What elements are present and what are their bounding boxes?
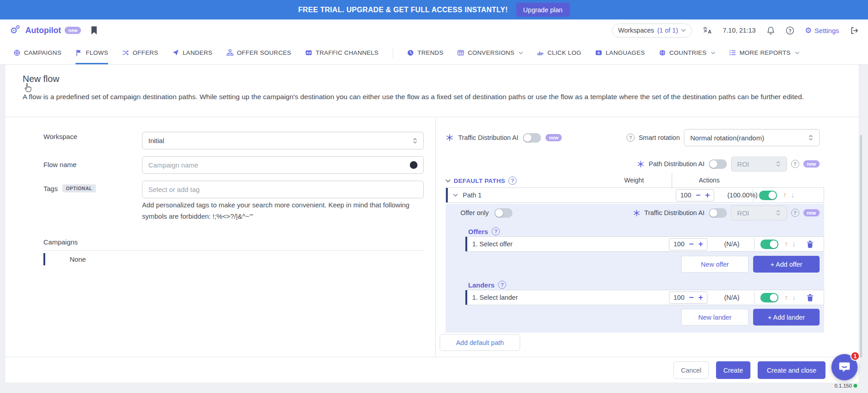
tags-field: [142, 181, 424, 198]
logout-icon[interactable]: [850, 27, 858, 34]
path-traffic-ai-metric-select[interactable]: ROI: [731, 206, 787, 220]
traffic-ai-label: Traffic Distribution AI: [458, 134, 518, 141]
flows-icon: [76, 49, 82, 56]
move-down-icon[interactable]: ↓: [792, 240, 796, 248]
traffic-ai-toggle[interactable]: [523, 133, 541, 143]
workspace-select[interactable]: Initial: [142, 132, 424, 149]
path-row: Path 1 100 − + (100.00%) ↑ ↓: [446, 187, 824, 203]
nav-item-countries[interactable]: COUNTRIES: [659, 41, 715, 64]
main-nav: CAMPAIGNS FLOWS OFFERS LANDERS OFFER SOU…: [0, 41, 868, 65]
offers-help-icon[interactable]: ?: [492, 227, 500, 235]
smart-rotation-help-icon[interactable]: ?: [626, 134, 635, 142]
chat-icon: [838, 361, 851, 374]
move-down-icon[interactable]: ↓: [791, 191, 794, 199]
version-row: 0.1.150: [835, 383, 857, 388]
nav-item-landers[interactable]: LANDERS: [172, 41, 213, 64]
create-button[interactable]: Create: [716, 361, 750, 379]
offer-only-toggle[interactable]: [494, 208, 512, 218]
minus-button[interactable]: −: [689, 293, 694, 302]
nav-item-traffic-channels[interactable]: Ad TRAFFIC CHANNELS: [305, 41, 379, 64]
plus-button[interactable]: +: [705, 191, 710, 199]
offer-enabled-toggle[interactable]: [760, 240, 778, 249]
minus-button[interactable]: −: [689, 240, 694, 248]
smart-rotation-select[interactable]: Normal rotation(random): [684, 129, 820, 146]
new-offer-button[interactable]: New offer: [681, 256, 749, 273]
offer-select-label[interactable]: 1. Select offer: [472, 240, 512, 248]
nav-item-more-reports[interactable]: MORE REPORTS: [729, 41, 799, 64]
campaigns-none-row: None: [43, 253, 86, 265]
lander-enabled-toggle[interactable]: [760, 293, 778, 302]
add-default-path-button[interactable]: Add default path: [440, 334, 520, 351]
lander-weight-value[interactable]: 100: [674, 294, 684, 301]
campaigns-value: None: [70, 255, 86, 263]
nav-item-trends[interactable]: TRENDS: [407, 41, 443, 64]
create-and-close-button[interactable]: Create and close: [758, 361, 825, 379]
translate-icon[interactable]: A: [703, 27, 712, 34]
workspaces-selector[interactable]: Workspaces (1 of 1): [612, 24, 692, 38]
path-traffic-ai-toggle[interactable]: [709, 208, 727, 218]
trash-icon[interactable]: [806, 240, 814, 248]
move-up-icon[interactable]: ↑: [783, 191, 787, 199]
nav-item-offers[interactable]: OFFERS: [122, 41, 158, 64]
trash-icon[interactable]: [806, 294, 814, 302]
page-description: A flow is a predefined set of campaign d…: [23, 91, 837, 102]
nav-item-languages[interactable]: A LANGUAGES: [595, 41, 645, 64]
select-chevrons-icon: [776, 209, 781, 216]
chevron-down-icon: [711, 52, 715, 54]
path-weight-value[interactable]: 100: [680, 192, 691, 199]
landers-icon: [172, 49, 179, 56]
new-badge: new: [803, 160, 820, 168]
offers-icon: [122, 49, 129, 56]
campaigns-label: Campaigns: [43, 238, 78, 246]
tags-input[interactable]: [148, 186, 417, 193]
add-offer-button[interactable]: + Add offer: [753, 256, 820, 273]
path-traffic-ai-help-icon[interactable]: ?: [791, 209, 799, 217]
default-paths-help-icon[interactable]: ?: [508, 177, 517, 185]
plus-button[interactable]: +: [698, 293, 703, 302]
add-lander-button[interactable]: + Add lander: [753, 309, 820, 326]
minus-button[interactable]: −: [696, 191, 701, 199]
nav-item-flows[interactable]: FLOWS: [76, 41, 109, 64]
color-dot-picker[interactable]: [410, 161, 417, 169]
path-ai-help-icon[interactable]: ?: [791, 160, 799, 168]
trends-icon: [407, 49, 414, 56]
divider: [753, 189, 753, 201]
weight-column-header: Weight: [624, 177, 644, 184]
nav-item-offer-sources[interactable]: OFFER SOURCES: [227, 41, 291, 64]
nav-item-click-log[interactable]: CLICK LOG: [537, 41, 581, 64]
nav-item-campaigns[interactable]: CAMPAIGNS: [14, 41, 62, 64]
upgrade-plan-button[interactable]: Upgrade plan: [516, 3, 570, 17]
ai-icon: [637, 160, 645, 168]
flow-name-input[interactable]: [148, 161, 410, 169]
brand-logo[interactable]: ⚙⚙ Autopilot new: [10, 26, 81, 35]
offer-weight-value[interactable]: 100: [674, 240, 684, 248]
chevron-down-icon[interactable]: [453, 194, 458, 196]
path-ai-label: Path Distribution AI: [649, 160, 704, 168]
svg-text:A: A: [708, 29, 711, 34]
new-flow-card: New flow A flow is a predefined set of c…: [5, 65, 859, 383]
ai-icon: [633, 209, 640, 217]
scrollbar-thumb[interactable]: [860, 135, 862, 358]
move-up-icon[interactable]: ↑: [784, 240, 788, 248]
new-lander-button[interactable]: New lander: [681, 309, 749, 326]
plus-button[interactable]: +: [698, 240, 703, 248]
nav-item-conversions[interactable]: CONVERSIONS: [457, 41, 523, 64]
lander-select-label[interactable]: 1. Select lander: [472, 294, 518, 301]
chevron-down-icon[interactable]: [446, 179, 451, 182]
actions-column-header: Actions: [699, 177, 720, 184]
path-ai-metric-select[interactable]: ROI: [731, 157, 787, 172]
settings-button[interactable]: ⚙ Settings: [805, 27, 839, 34]
select-chevrons-icon: [413, 137, 417, 144]
row-accent-bar: [446, 188, 448, 202]
path-ai-toggle[interactable]: [709, 159, 727, 169]
svg-text:Ad: Ad: [306, 51, 311, 54]
help-icon[interactable]: ?: [786, 26, 794, 35]
move-down-icon[interactable]: ↓: [792, 293, 796, 302]
lander-weight-na: (N/A): [724, 294, 740, 301]
cancel-button[interactable]: Cancel: [674, 361, 709, 379]
bell-icon[interactable]: [767, 26, 775, 35]
move-up-icon[interactable]: ↑: [784, 293, 788, 302]
landers-help-icon[interactable]: ?: [498, 281, 506, 289]
path-enabled-toggle[interactable]: [759, 191, 777, 200]
bookmark-icon[interactable]: [91, 26, 97, 35]
